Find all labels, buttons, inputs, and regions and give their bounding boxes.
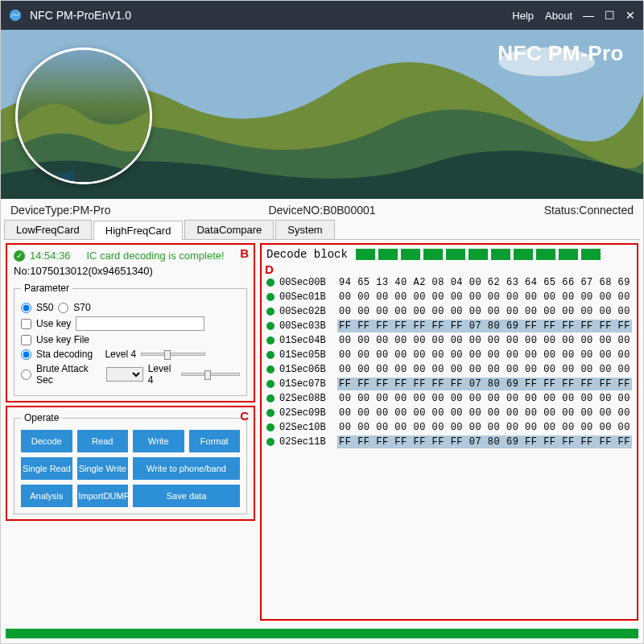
sta-decoding-label: Sta decoding	[36, 349, 93, 360]
decode-block-title: Decode block	[266, 248, 348, 261]
radio-s50-label: S50	[36, 302, 53, 313]
analysis-button[interactable]: Analysis	[21, 485, 72, 507]
minimize-icon[interactable]: —	[582, 9, 595, 22]
block-dot-icon	[266, 438, 275, 446]
block-dot-icon	[266, 351, 275, 359]
read-button[interactable]: Read	[77, 430, 129, 452]
brute-attack-label: Brute Attack Sec	[36, 363, 101, 386]
decode-segment	[423, 249, 443, 260]
block-hex: 94 65 13 40 A2 08 04 00 62 63 64 65 66 6…	[337, 276, 632, 289]
connection-status: Status:Connected	[426, 204, 634, 217]
block-row[interactable]: 02Sec08B00 00 00 00 00 00 00 00 00 00 00…	[266, 392, 632, 405]
panel-d: Decode block D 00Sec00B94 65 13 40 A2 08…	[260, 243, 638, 621]
write-to-phone-button[interactable]: Write to phone/band	[133, 457, 240, 480]
block-hex: 00 00 00 00 00 00 00 00 00 00 00 00 00 0…	[337, 349, 632, 361]
brute-sector-select[interactable]	[106, 367, 143, 382]
block-name: 00Sec00B	[279, 277, 332, 288]
radio-s50[interactable]	[21, 303, 31, 313]
app-title: NFC PM-ProEnV1.0	[30, 9, 512, 22]
block-hex: FF FF FF FF FF FF FF 07 80 69 FF FF FF F…	[337, 436, 632, 448]
block-hex: 00 00 00 00 00 00 00 00 00 00 00 00 00 0…	[337, 392, 632, 405]
slider-brute[interactable]	[181, 373, 240, 376]
block-row[interactable]: 00Sec03BFF FF FF FF FF FF FF 07 80 69 FF…	[266, 320, 632, 332]
check-icon: ✓	[14, 250, 25, 262]
decode-segment	[536, 249, 555, 260]
use-key-input[interactable]	[76, 316, 204, 331]
block-name: 01Sec06B	[279, 364, 332, 375]
panel-b: B ✓ 14:54:36 IC card decoding is complet…	[6, 243, 255, 402]
block-name: 01Sec05B	[279, 349, 332, 361]
block-hex: 00 00 00 00 00 00 00 00 00 00 00 00 00 0…	[337, 421, 632, 434]
block-dot-icon	[266, 423, 275, 431]
decode-segment	[514, 249, 533, 260]
decode-segment	[559, 249, 578, 260]
block-row[interactable]: 01Sec06B00 00 00 00 00 00 00 00 00 00 00…	[266, 363, 632, 376]
block-row[interactable]: 01Sec07BFF FF FF FF FF FF FF 07 80 69 FF…	[266, 378, 632, 390]
block-name: 02Sec08B	[279, 393, 332, 404]
block-row[interactable]: 02Sec10B00 00 00 00 00 00 00 00 00 00 00…	[266, 421, 632, 434]
block-dot-icon	[266, 279, 275, 287]
tab-highfreq[interactable]: HighFreqCard	[93, 221, 184, 240]
maximize-icon[interactable]: ☐	[603, 9, 616, 22]
single-write-button[interactable]: Single Write	[77, 457, 129, 480]
format-button[interactable]: Format	[189, 430, 241, 452]
tab-bar: LowFreqCard HighFreqCard DataCompare Sys…	[4, 220, 640, 240]
use-key-file-label: Use key File	[36, 334, 89, 345]
decode-segment	[356, 249, 375, 260]
block-row[interactable]: 02Sec09B00 00 00 00 00 00 00 00 00 00 00…	[266, 407, 632, 419]
block-row[interactable]: 01Sec04B00 00 00 00 00 00 00 00 00 00 00…	[266, 334, 632, 347]
block-name: 02Sec11B	[279, 436, 332, 448]
progress-bar	[6, 629, 638, 638]
operate-legend: Operate	[21, 412, 62, 423]
block-dot-icon	[266, 409, 275, 417]
tab-datacompare[interactable]: DataCompare	[184, 220, 274, 239]
operate-fieldset: Operate Decode Read Write Format Single …	[14, 412, 247, 514]
block-row[interactable]: 01Sec05B00 00 00 00 00 00 00 00 00 00 00…	[266, 349, 632, 361]
radio-sta-decoding[interactable]	[21, 349, 31, 360]
block-name: 01Sec07B	[279, 378, 332, 390]
decode-status: ✓ 14:54:36 IC card decoding is complete!	[14, 250, 247, 262]
tab-system[interactable]: System	[275, 220, 334, 239]
tab-lowfreq[interactable]: LowFreqCard	[4, 220, 92, 239]
radio-brute-attack[interactable]	[21, 369, 31, 380]
decode-button[interactable]: Decode	[21, 430, 72, 452]
menu-help[interactable]: Help	[512, 10, 534, 22]
block-row[interactable]: 00Sec01B00 00 00 00 00 00 00 00 00 00 00…	[266, 291, 632, 303]
level-label-b: Level 4	[148, 363, 176, 386]
main-content: B ✓ 14:54:36 IC card decoding is complet…	[1, 240, 643, 625]
block-name: 01Sec04B	[279, 335, 332, 346]
block-row[interactable]: 00Sec02B00 00 00 00 00 00 00 00 00 00 00…	[266, 305, 632, 318]
import-dump-button[interactable]: ImportDUMP	[77, 485, 129, 507]
block-hex: 00 00 00 00 00 00 00 00 00 00 00 00 00 0…	[337, 334, 632, 347]
block-dot-icon	[266, 336, 275, 345]
panel-c: C Operate Decode Read Write Format Singl…	[6, 406, 255, 521]
decode-segment	[491, 249, 510, 260]
radio-s70-label: S70	[73, 302, 90, 313]
level-label-a: Level 4	[105, 349, 136, 360]
radio-s70[interactable]	[58, 303, 68, 313]
checkbox-use-key-file[interactable]	[21, 335, 31, 345]
block-row[interactable]: 00Sec00B94 65 13 40 A2 08 04 00 62 63 64…	[266, 276, 632, 289]
menu-about[interactable]: About	[545, 10, 572, 22]
close-icon[interactable]: ✕	[624, 9, 637, 22]
block-name: 02Sec10B	[279, 422, 332, 433]
block-hex: 00 00 00 00 00 00 00 00 00 00 00 00 00 0…	[337, 291, 632, 303]
block-name: 00Sec01B	[279, 291, 332, 303]
titlebar: NFC PM-ProEnV1.0 Help About — ☐ ✕	[1, 1, 643, 30]
use-key-label: Use key	[36, 318, 71, 329]
block-hex: 00 00 00 00 00 00 00 00 00 00 00 00 00 0…	[337, 363, 632, 376]
brand-text: NFC PM-Pro	[497, 41, 624, 66]
checkbox-use-key[interactable]	[21, 319, 31, 329]
panel-d-label: D	[265, 262, 632, 276]
hero-banner: NFC PM-Pro	[1, 30, 643, 199]
save-data-button[interactable]: Save data	[133, 485, 240, 507]
write-button[interactable]: Write	[133, 430, 184, 452]
block-dot-icon	[266, 308, 275, 316]
slider-sta[interactable]	[141, 353, 205, 356]
block-row[interactable]: 02Sec11BFF FF FF FF FF FF FF 07 80 69 FF…	[266, 436, 632, 448]
single-read-button[interactable]: Single Read	[21, 457, 72, 480]
app-icon	[7, 7, 23, 23]
app-window: NFC PM-ProEnV1.0 Help About — ☐ ✕	[0, 0, 644, 644]
block-dot-icon	[266, 365, 275, 374]
decode-segment	[401, 249, 420, 260]
